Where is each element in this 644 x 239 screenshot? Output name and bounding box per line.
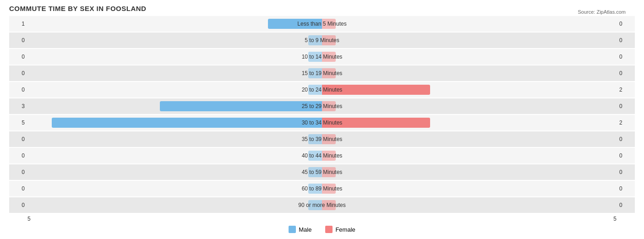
x-axis-right: 5	[322, 216, 617, 222]
legend-female: Female	[325, 226, 355, 233]
female-bar	[322, 134, 336, 144]
chart-row: 530 to 34 Minutes2	[9, 115, 635, 130]
male-bars	[27, 65, 322, 81]
male-bars	[27, 164, 322, 180]
bar-area: Less than 5 Minutes	[27, 16, 617, 32]
male-bar	[308, 184, 322, 194]
male-bars	[27, 115, 322, 130]
male-bar	[308, 151, 322, 161]
female-value: 0	[617, 202, 635, 208]
female-bar	[322, 167, 336, 177]
female-bars	[322, 197, 617, 213]
male-bars	[27, 98, 322, 114]
female-bar	[322, 35, 336, 45]
legend-female-box	[325, 226, 333, 233]
female-bars	[322, 115, 617, 130]
chart-container: 1Less than 5 Minutes005 to 9 Minutes0010…	[9, 16, 635, 213]
chart-row: 035 to 39 Minutes0	[9, 131, 635, 147]
male-bars	[27, 82, 322, 98]
bar-area: 90 or more Minutes	[27, 197, 617, 213]
female-value: 0	[617, 54, 635, 60]
male-bar	[308, 68, 322, 78]
male-value: 0	[9, 87, 27, 93]
male-bar	[308, 52, 322, 62]
female-value: 0	[617, 169, 635, 175]
male-bars	[27, 131, 322, 147]
female-bars	[322, 33, 617, 48]
female-bars	[322, 16, 617, 32]
chart-row: 020 to 24 Minutes2	[9, 82, 635, 98]
female-value: 2	[617, 87, 635, 93]
source-label: Source: ZipAtlas.com	[578, 9, 626, 15]
male-bar	[268, 19, 322, 29]
bar-area: 35 to 39 Minutes	[27, 131, 617, 147]
chart-row: 045 to 59 Minutes0	[9, 164, 635, 180]
female-bar	[322, 118, 430, 128]
male-value: 3	[9, 103, 27, 109]
male-value: 0	[9, 70, 27, 76]
female-bar	[322, 85, 430, 95]
female-bars	[322, 148, 617, 163]
female-bars	[322, 164, 617, 180]
bar-area: 25 to 29 Minutes	[27, 98, 617, 114]
female-bars	[322, 49, 617, 65]
female-value: 0	[617, 70, 635, 76]
bar-area: 5 to 9 Minutes	[27, 33, 617, 48]
female-bar	[322, 101, 336, 111]
female-bar	[322, 151, 336, 161]
male-bar	[308, 167, 322, 177]
male-value: 0	[9, 37, 27, 43]
legend-female-label: Female	[335, 226, 355, 233]
male-bar	[160, 101, 322, 111]
male-value: 0	[9, 54, 27, 60]
female-value: 2	[617, 120, 635, 126]
female-value: 0	[617, 103, 635, 109]
male-bar	[52, 118, 322, 128]
chart-row: 060 to 89 Minutes0	[9, 181, 635, 196]
female-value: 0	[617, 37, 635, 43]
male-bars	[27, 181, 322, 196]
chart-row: 040 to 44 Minutes0	[9, 148, 635, 163]
male-bar	[308, 200, 322, 210]
chart-row: 010 to 14 Minutes0	[9, 49, 635, 65]
female-bars	[322, 65, 617, 81]
bar-area: 40 to 44 Minutes	[27, 148, 617, 163]
male-bars	[27, 197, 322, 213]
legend: Male Female	[9, 226, 635, 233]
female-bar	[322, 52, 336, 62]
female-value: 0	[617, 185, 635, 192]
x-axis: 5 5	[9, 216, 635, 222]
male-value: 0	[9, 169, 27, 175]
female-value: 0	[617, 21, 635, 27]
male-bar	[308, 85, 322, 95]
male-value: 0	[9, 185, 27, 192]
female-bars	[322, 131, 617, 147]
male-value: 0	[9, 202, 27, 208]
female-bars	[322, 181, 617, 196]
male-bar	[308, 134, 322, 144]
bar-area: 15 to 19 Minutes	[27, 65, 617, 81]
female-value: 0	[617, 136, 635, 142]
bar-area: 20 to 24 Minutes	[27, 82, 617, 98]
female-value: 0	[617, 152, 635, 159]
female-bars	[322, 82, 617, 98]
legend-male: Male	[289, 226, 311, 233]
female-bar	[322, 200, 336, 210]
bar-area: 45 to 59 Minutes	[27, 164, 617, 180]
male-bar	[308, 35, 322, 45]
female-bar	[322, 68, 336, 78]
chart-row: 090 or more Minutes0	[9, 197, 635, 213]
legend-male-box	[289, 226, 296, 233]
female-bars	[322, 98, 617, 114]
x-axis-left: 5	[27, 216, 322, 222]
male-value: 5	[9, 120, 27, 126]
chart-row: 05 to 9 Minutes0	[9, 33, 635, 48]
male-value: 1	[9, 21, 27, 27]
female-bar	[322, 19, 336, 29]
chart-title: COMMUTE TIME BY SEX IN FOOSLAND	[9, 5, 635, 12]
legend-male-label: Male	[299, 226, 311, 233]
bar-area: 30 to 34 Minutes	[27, 115, 617, 130]
male-bars	[27, 16, 322, 32]
chart-row: 1Less than 5 Minutes0	[9, 16, 635, 32]
male-bars	[27, 33, 322, 48]
